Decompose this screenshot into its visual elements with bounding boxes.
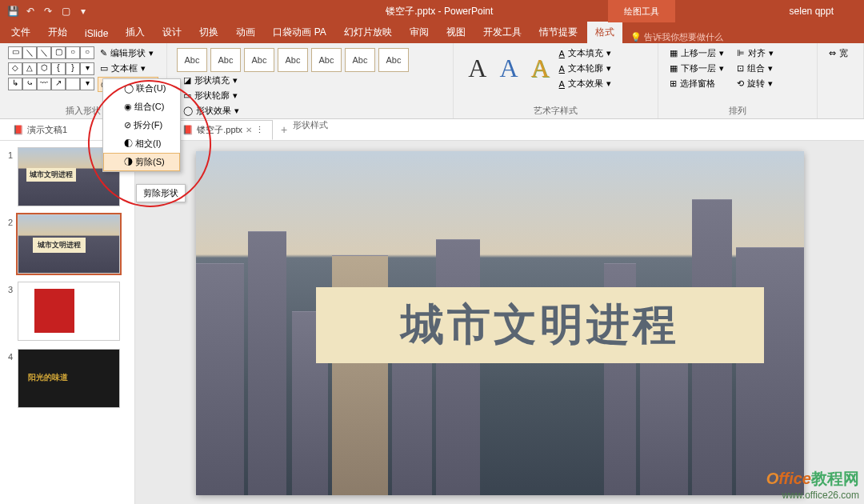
thumb-number: 4 bbox=[3, 349, 13, 362]
tab-file[interactable]: 文件 bbox=[3, 22, 38, 43]
rotate-button[interactable]: ⟲ 旋转 ▾ bbox=[734, 77, 777, 90]
selection-pane-button[interactable]: ⊞ 选择窗格 bbox=[666, 77, 727, 90]
shape-style-preset[interactable]: Abc bbox=[311, 48, 342, 72]
tab-view[interactable]: 视图 bbox=[438, 22, 474, 43]
ribbon-tabs: 文件 开始 iSlide 插入 设计 切换 动画 口袋动画 PA 幻灯片放映 审… bbox=[0, 22, 864, 43]
group-label-arrange: 排列 bbox=[666, 103, 809, 117]
tab-storyboard[interactable]: 情节提要 bbox=[531, 22, 586, 43]
text-fill-button[interactable]: A 文本填充 ▾ bbox=[556, 46, 614, 60]
tab-format[interactable]: 格式 bbox=[587, 22, 622, 43]
shape-gallery[interactable]: ▭＼＼▢○○ ◇△⬡{}▾ ↳⤿〰↗▾ bbox=[8, 46, 93, 92]
menu-combine[interactable]: ◉ 组合(C) bbox=[103, 98, 180, 116]
menu-union[interactable]: ◯ 联合(U) bbox=[103, 79, 180, 98]
merge-shapes-menu: ◯ 联合(U) ◉ 组合(C) ⊘ 拆分(F) ◐ 相交(I) ◑ 剪除(S) bbox=[102, 78, 181, 172]
redo-icon[interactable]: ↷ bbox=[42, 5, 54, 18]
tab-transitions[interactable]: 切换 bbox=[191, 22, 226, 43]
workspace: 1 城市文明进程 2 城市文明进程 3 4 阳光的味道 城市文明进程 bbox=[0, 141, 864, 504]
shape-style-preset[interactable]: Abc bbox=[210, 48, 241, 72]
tab-animations[interactable]: 动画 bbox=[228, 22, 263, 43]
edit-shape-button[interactable]: ✎ 编辑形状 ▾ bbox=[98, 46, 158, 60]
title-bar: 💾 ↶ ↷ ▢ ▾ 镂空子.pptx - PowerPoint 绘图工具 sel… bbox=[0, 0, 864, 22]
align-button[interactable]: ⊫ 对齐 ▾ bbox=[734, 46, 777, 60]
tab-review[interactable]: 审阅 bbox=[402, 22, 437, 43]
tab-pocket-anim[interactable]: 口袋动画 PA bbox=[265, 22, 334, 43]
ribbon: ▭＼＼▢○○ ◇△⬡{}▾ ↳⤿〰↗▾ ✎ 编辑形状 ▾ ▭ 文本框 ▾ ◔ 合… bbox=[0, 43, 864, 119]
group-label-shape-styles: 形状样式 bbox=[175, 118, 445, 131]
tooltip-subtract-shape: 剪除形状 bbox=[136, 184, 186, 202]
window-title: 镂空子.pptx - PowerPoint bbox=[90, 5, 790, 18]
text-outline-button[interactable]: A 文本轮廓 ▾ bbox=[556, 62, 614, 75]
thumb-number: 1 bbox=[3, 147, 13, 160]
menu-fragment[interactable]: ⊘ 拆分(F) bbox=[103, 116, 180, 134]
text-box-button[interactable]: ▭ 文本框 ▾ bbox=[98, 62, 158, 75]
shape-fill-button[interactable]: ◪ 形状填充 ▾ bbox=[180, 74, 242, 87]
contextual-tab-label: 绘图工具 bbox=[608, 0, 675, 22]
slide-thumb-2[interactable]: 城市文明进程 bbox=[18, 214, 120, 274]
send-backward-button[interactable]: ▦ 下移一层 ▾ bbox=[666, 62, 727, 75]
shape-style-preset[interactable]: Abc bbox=[244, 48, 274, 72]
tell-me-search[interactable]: 💡 告诉我你想要做什么 bbox=[630, 31, 723, 43]
width-label: ⇔ 宽 bbox=[826, 46, 855, 60]
shape-style-preset[interactable]: Abc bbox=[278, 48, 308, 72]
text-effects-button[interactable]: A 文本效果 ▾ bbox=[556, 77, 614, 90]
wordart-preset[interactable]: A bbox=[499, 54, 518, 83]
slide-thumbnails[interactable]: 1 城市文明进程 2 城市文明进程 3 4 阳光的味道 bbox=[0, 141, 135, 504]
shape-style-preset[interactable]: Abc bbox=[177, 48, 207, 72]
tab-design[interactable]: 设计 bbox=[154, 22, 190, 43]
qat-more-icon[interactable]: ▾ bbox=[77, 5, 90, 18]
menu-intersect[interactable]: ◐ 相交(I) bbox=[103, 134, 180, 153]
start-slideshow-icon[interactable]: ▢ bbox=[59, 5, 72, 18]
slide-canvas[interactable]: 城市文明进程 bbox=[135, 141, 864, 504]
shape-style-preset[interactable]: Abc bbox=[378, 48, 409, 72]
shape-outline-button[interactable]: ▭ 形状轮廓 ▾ bbox=[180, 89, 242, 102]
tab-developer[interactable]: 开发工具 bbox=[475, 22, 530, 43]
tab-insert[interactable]: 插入 bbox=[118, 22, 153, 43]
menu-subtract[interactable]: ◑ 剪除(S) bbox=[103, 153, 180, 171]
title-text-box[interactable]: 城市文明进程 bbox=[316, 287, 764, 363]
slide-thumb-4[interactable]: 阳光的味道 bbox=[18, 349, 120, 408]
tab-islide[interactable]: iSlide bbox=[77, 24, 116, 43]
group-button[interactable]: ⊡ 组合 ▾ bbox=[734, 62, 777, 75]
doc-tab-1[interactable]: 📕 演示文稿1 bbox=[5, 121, 75, 139]
shape-effects-button[interactable]: ◯ 形状效果 ▾ bbox=[180, 104, 242, 118]
undo-icon[interactable]: ↶ bbox=[24, 5, 37, 18]
slide-content: 城市文明进程 bbox=[196, 151, 804, 495]
shape-style-preset[interactable]: Abc bbox=[345, 48, 375, 72]
bring-forward-button[interactable]: ▦ 上移一层 ▾ bbox=[666, 46, 727, 60]
watermark: Office教程网 www.office26.com bbox=[766, 468, 859, 501]
save-icon[interactable]: 💾 bbox=[6, 5, 19, 18]
wordart-preset[interactable]: A bbox=[468, 54, 486, 83]
thumb-number: 3 bbox=[3, 282, 13, 294]
slide-thumb-3[interactable] bbox=[18, 282, 120, 341]
wordart-preset[interactable]: A bbox=[531, 54, 550, 83]
group-label-wordart: 艺术字样式 bbox=[462, 103, 649, 117]
tab-home[interactable]: 开始 bbox=[40, 22, 75, 43]
thumb-number: 2 bbox=[3, 214, 13, 227]
title-text: 城市文明进程 bbox=[401, 296, 679, 354]
tab-slideshow[interactable]: 幻灯片放映 bbox=[336, 22, 400, 43]
user-name: selen qppt bbox=[790, 6, 858, 17]
